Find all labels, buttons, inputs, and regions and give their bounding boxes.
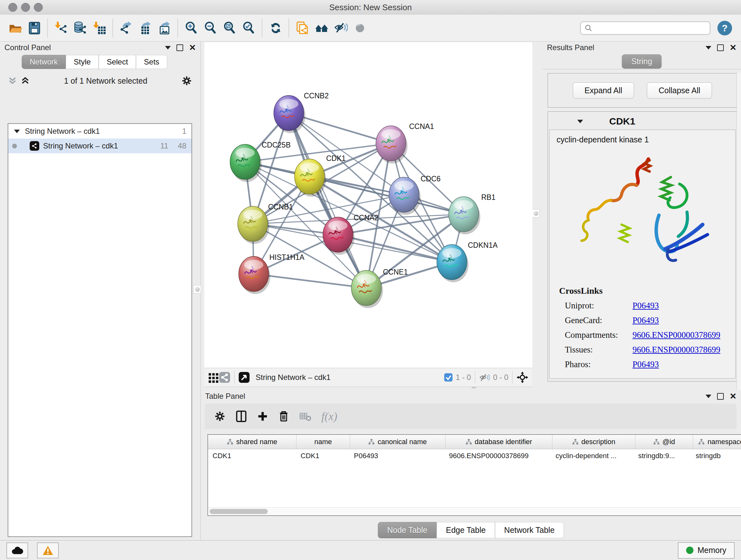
expand-all-chevrons-icon[interactable] [8,77,17,85]
table-row[interactable]: CDK1CDK1P064939606.ENSP00000378699cyclin… [208,449,741,462]
tab-edge-table[interactable]: Edge Table [436,522,495,538]
toolbar-refresh-view-button[interactable] [266,17,285,39]
toolbar-string-import-button[interactable] [293,17,312,39]
crosslink-link[interactable]: P06493 [632,301,659,311]
string-view-icon[interactable] [219,372,230,383]
toolbar-zoom-selected-button[interactable] [239,17,259,39]
table-h-scrollbar-thumb[interactable] [210,509,268,514]
open-in-new-window-icon[interactable] [239,372,250,383]
network-node-CCNA1[interactable] [376,126,408,164]
selected-checkbox-icon[interactable] [444,373,453,381]
network-canvas[interactable]: CCNB2CCNA1CDC25BCDK1CDC6RB1CCNB1CCNA2CDK… [204,42,532,368]
tab-style[interactable]: Style [66,55,98,69]
toolbar-home-button[interactable] [312,17,331,39]
column-header-@id[interactable]: @id [635,435,693,449]
panel-menu-icon[interactable] [705,46,711,50]
tab-string[interactable]: String [622,54,662,69]
collection-count: 1 [182,127,186,136]
results-scrollbar[interactable] [737,73,741,395]
network-node-CCNB2[interactable] [274,96,306,133]
network-edge[interactable] [254,274,366,288]
network-collection-row[interactable]: String Network – cdk1 1 [8,124,192,138]
gene-name: CDK1 [609,116,635,127]
gene-section-header[interactable]: CDK1 [549,113,736,130]
collapse-all-button[interactable]: Collapse All [647,82,712,99]
network-node-RB1[interactable] [449,197,480,234]
column-header-shared-name[interactable]: shared name [208,435,296,449]
section-collapse-icon[interactable] [577,120,583,123]
toolbar-separator [112,19,114,37]
table-options-gear-icon[interactable] [214,411,226,422]
node-table[interactable]: shared namename canonical name database … [207,434,741,516]
toolbar-export-network-button[interactable] [117,17,136,39]
toolbar-export-image-button[interactable] [155,17,174,39]
search-input[interactable] [592,23,710,33]
hidden-eye-slash-icon[interactable] [479,373,490,382]
tab-node-table[interactable]: Node Table [378,522,436,538]
table-cell: CDK1 [296,452,349,460]
toolbar-export-table-button[interactable] [136,17,155,39]
tab-network[interactable]: Network [22,55,66,69]
toolbar-hide-selected-button[interactable] [331,17,350,39]
crosslink-link[interactable]: 9606.ENSP00000378699 [632,345,720,355]
panel-menu-icon[interactable] [165,46,171,50]
toolbar-save-session-button[interactable] [25,17,44,39]
delete-column-icon[interactable] [278,410,289,423]
column-header-canonical-name[interactable]: canonical name [350,435,446,449]
tab-network-table[interactable]: Network Table [495,522,564,538]
network-node-HIST1H1A[interactable] [239,256,270,294]
show-columns-icon[interactable] [235,410,247,423]
add-column-icon[interactable] [257,411,268,422]
network-options-gear-icon[interactable] [181,75,192,86]
network-node-CCNB1[interactable] [238,206,269,244]
toolbar-zoom-out-button[interactable] [201,17,220,39]
tab-select[interactable]: Select [98,55,136,69]
memory-button[interactable]: Memory [678,542,735,559]
grid-view-icon[interactable] [208,372,219,383]
panel-float-icon[interactable] [717,44,724,51]
toolbar-zoom-in-button[interactable] [182,17,201,39]
collapse-all-chevrons-icon[interactable] [20,77,30,85]
toolbar-show-all-button[interactable] [350,17,369,39]
toolbar-import-table-from-file-button[interactable] [90,17,109,39]
panel-float-icon[interactable] [717,393,724,400]
column-header-namespace[interactable]: namespace [693,435,741,449]
search-box[interactable] [580,21,711,35]
network-node-CCNA2[interactable] [323,217,354,255]
crosslink-label: Compartments: [565,330,632,340]
collection-expand-icon[interactable] [14,130,20,133]
fit-content-crosshair-icon[interactable] [516,371,529,383]
tab-sets[interactable]: Sets [136,55,167,69]
column-header-database-identifier[interactable]: database identifier [446,435,552,449]
network-row[interactable]: String Network – cdk1 11 48 [8,138,192,153]
panel-close-icon[interactable]: ✕ [730,392,737,400]
node-label: RB1 [481,193,495,201]
table-h-scrollbar[interactable] [208,507,741,515]
cloud-status-button[interactable] [6,543,28,558]
left-splitter-handle[interactable] [193,285,201,294]
toolbar-import-network-from-database-button[interactable] [71,17,90,39]
panel-close-icon[interactable]: ✕ [730,44,737,52]
network-node-CDK1[interactable] [294,159,326,197]
network-edge[interactable] [289,113,366,288]
home-icon [315,21,329,35]
panel-close-icon[interactable]: ✕ [189,44,196,52]
crosslink-link[interactable]: P06493 [632,360,659,369]
memory-status-dot [686,547,693,554]
toolbar-zoom-fit-button[interactable] [220,17,239,39]
column-header-description[interactable]: description [552,435,635,449]
panel-menu-icon[interactable] [705,395,711,398]
expand-all-button[interactable]: Expand All [573,82,634,99]
network-node-CCNE1[interactable] [351,270,383,308]
crosslink-link[interactable]: P06493 [632,315,659,325]
panel-float-icon[interactable] [177,44,183,51]
warnings-button[interactable] [37,543,59,558]
help-button[interactable]: ? [718,21,732,36]
toolbar-open-file-button[interactable] [6,17,25,39]
crosslink-link[interactable]: 9606.ENSP00000378699 [632,330,720,340]
right-splitter-handle[interactable] [532,209,540,217]
network-node-CDKN1A[interactable] [437,245,468,282]
toolbar-import-network-from-file-button[interactable] [52,17,71,39]
node-label: HIST1H1A [269,253,305,261]
column-header-name[interactable]: name [296,435,350,449]
